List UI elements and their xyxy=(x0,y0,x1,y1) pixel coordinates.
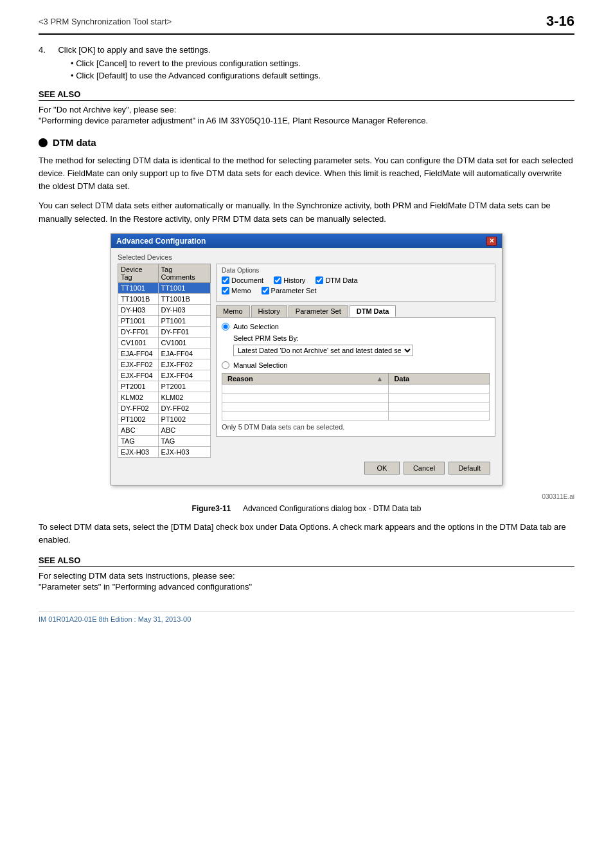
ok-button[interactable]: OK xyxy=(364,462,400,475)
parameter-set-label: Parameter Set xyxy=(271,287,317,294)
manual-table-row-2 xyxy=(222,393,490,402)
parameter-set-checkbox-label[interactable]: Parameter Set xyxy=(262,287,317,294)
device-tag-cell: CV1001 xyxy=(118,337,159,348)
dialog-buttons: OK Cancel Default xyxy=(118,458,495,480)
checkbox-row-1: Document History DTM Data xyxy=(222,276,490,284)
tab-history[interactable]: History xyxy=(251,305,287,317)
image-ref: 030311E.ai xyxy=(39,493,574,500)
figure-label: Figure3-11 xyxy=(192,504,231,513)
dtm-para2: You can select DTM data sets either auto… xyxy=(39,199,574,225)
parameter-set-checkbox[interactable] xyxy=(262,287,269,294)
memo-checkbox[interactable] xyxy=(222,287,229,294)
tab-memo[interactable]: Memo xyxy=(216,305,250,317)
table-row[interactable]: DY-FF01DY-FF01 xyxy=(118,326,211,337)
document-label: Document xyxy=(231,276,263,284)
manual-selection-label: Manual Selection xyxy=(233,361,287,369)
table-row[interactable]: CV1001CV1001 xyxy=(118,337,211,348)
tag-comment-cell: DY-FF02 xyxy=(158,402,210,413)
device-tag-cell: EJX-FF02 xyxy=(118,359,159,370)
dtm-section-heading: DTM data xyxy=(39,137,574,148)
device-tag-cell: PT2001 xyxy=(118,381,159,392)
manual-selection-radio[interactable] xyxy=(222,361,229,369)
tag-comment-cell: PT1001 xyxy=(158,315,210,326)
figure-caption-text: Advanced Configurations dialog box - DTM… xyxy=(243,504,421,513)
tag-comment-cell: TAG xyxy=(158,435,210,446)
device-tag-cell: EJA-FF04 xyxy=(118,348,159,359)
select-prm-label: Select PRM Sets By: xyxy=(233,334,490,342)
manual-selection-row: Manual Selection xyxy=(222,361,490,369)
dialog-close-button[interactable]: ✕ xyxy=(486,237,497,246)
table-row[interactable]: DY-FF02DY-FF02 xyxy=(118,402,211,413)
device-tag-cell: DY-FF02 xyxy=(118,402,159,413)
tag-comment-cell: TT1001B xyxy=(158,293,210,304)
device-tag-cell: KLM02 xyxy=(118,392,159,402)
dropdown-row: Latest Dated 'Do not Archive' set and la… xyxy=(233,345,490,356)
tag-comment-cell: PT2001 xyxy=(158,381,210,392)
table-row[interactable]: PT1002PT1002 xyxy=(118,413,211,424)
tag-comment-cell: DY-H03 xyxy=(158,304,210,315)
prm-sets-dropdown[interactable]: Latest Dated 'Do not Archive' set and la… xyxy=(233,345,413,356)
auto-selection-radio[interactable] xyxy=(222,323,229,330)
dtm-data-checkbox-label[interactable]: DTM Data xyxy=(315,276,357,284)
tab-bar: Memo History Parameter Set DTM Data xyxy=(216,305,495,318)
header-bar: <3 PRM Synchronization Tool start> 3-16 xyxy=(39,13,574,35)
checkbox-row-2: Memo Parameter Set xyxy=(222,287,490,294)
table-row[interactable]: TT1001BTT1001B xyxy=(118,293,211,304)
reason-col-header: Reason ▲ xyxy=(222,373,389,384)
table-row[interactable]: ABCABC xyxy=(118,424,211,435)
tag-comment-cell: PT1002 xyxy=(158,413,210,424)
device-tag-cell: EJX-H03 xyxy=(118,446,159,457)
table-row[interactable]: DY-H03DY-H03 xyxy=(118,304,211,315)
tab-dtm-data[interactable]: DTM Data xyxy=(350,305,396,317)
manual-selection-table: Reason ▲ Data xyxy=(222,373,490,420)
dtm-para1: The method for selecting DTM data is ide… xyxy=(39,154,574,193)
manual-table-row-1 xyxy=(222,384,490,393)
document-checkbox[interactable] xyxy=(222,276,229,284)
device-tag-cell: ABC xyxy=(118,424,159,435)
device-tag-cell: DY-FF01 xyxy=(118,326,159,337)
dtm-heading-text: DTM data xyxy=(53,137,96,148)
see-also-1-line2: "Performing device parameter adjustment"… xyxy=(39,116,574,125)
see-also-2-line1: For selecting DTM data sets instructions… xyxy=(39,571,574,581)
auto-selection-label: Auto Selection xyxy=(233,323,279,330)
default-button[interactable]: Default xyxy=(449,462,490,475)
see-also-2-title: SEE ALSO xyxy=(39,556,574,567)
tag-comment-cell: ABC xyxy=(158,424,210,435)
see-also-1: SEE ALSO For "Do not Archive key", pleas… xyxy=(39,89,574,125)
history-checkbox[interactable] xyxy=(274,276,281,284)
dtm-data-label: DTM Data xyxy=(325,276,357,284)
table-row[interactable]: EJX-FF02EJX-FF02 xyxy=(118,359,211,370)
device-tag-cell: TT1001 xyxy=(118,282,159,293)
bullet1: Click [Cancel] to revert to the previous… xyxy=(71,59,574,68)
dialog-content: Device Tag Tag Comments TT1001TT1001TT10… xyxy=(118,264,495,458)
tag-comment-cell: DY-FF01 xyxy=(158,326,210,337)
tag-comment-cell: KLM02 xyxy=(158,392,210,402)
history-checkbox-label[interactable]: History xyxy=(274,276,305,284)
see-also-1-title: SEE ALSO xyxy=(39,89,574,101)
table-row[interactable]: EJX-H03EJX-H03 xyxy=(118,446,211,457)
dtm-tab-content: Auto Selection Select PRM Sets By: Lates… xyxy=(216,318,495,437)
table-row[interactable]: PT2001PT2001 xyxy=(118,381,211,392)
data-options-box: Data Options Document History xyxy=(216,264,495,302)
document-checkbox-label[interactable]: Document xyxy=(222,276,263,284)
table-row[interactable]: PT1001PT1001 xyxy=(118,315,211,326)
table-row[interactable]: EJX-FF04EJX-FF04 xyxy=(118,370,211,381)
section-dot xyxy=(39,138,48,147)
tag-comment-cell: EJX-H03 xyxy=(158,446,210,457)
manual-table-row-4 xyxy=(222,411,490,420)
history-label: History xyxy=(283,276,305,284)
table-row[interactable]: TAGTAG xyxy=(118,435,211,446)
table-row[interactable]: TT1001TT1001 xyxy=(118,282,211,293)
memo-checkbox-label[interactable]: Memo xyxy=(222,287,251,294)
tag-comment-cell: CV1001 xyxy=(158,337,210,348)
dtm-data-checkbox[interactable] xyxy=(315,276,323,284)
step4: 4. Click [OK] to apply and save the sett… xyxy=(39,45,574,55)
cancel-button[interactable]: Cancel xyxy=(404,462,445,475)
tag-comment-cell: EJA-FF04 xyxy=(158,348,210,359)
tag-comment-cell: EJX-FF02 xyxy=(158,359,210,370)
after-figure-text: To select DTM data sets, select the [DTM… xyxy=(39,521,574,547)
table-row[interactable]: EJA-FF04EJA-FF04 xyxy=(118,348,211,359)
tab-parameter-set[interactable]: Parameter Set xyxy=(289,305,348,317)
see-also-1-line1: For "Do not Archive key", please see: xyxy=(39,105,574,114)
table-row[interactable]: KLM02KLM02 xyxy=(118,392,211,402)
